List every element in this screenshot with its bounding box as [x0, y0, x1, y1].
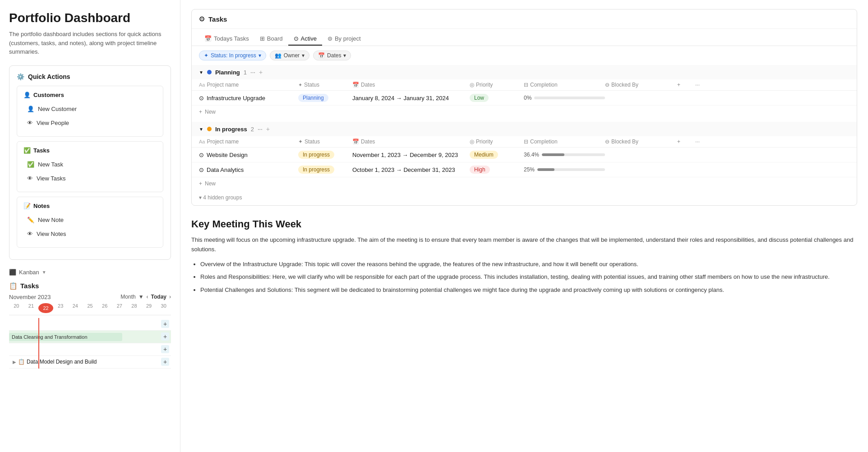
chevron-down-icon: ▾ — [343, 52, 346, 59]
new-task-button[interactable]: ✅ New Task — [23, 158, 157, 171]
task-bar-cleaning: Data Cleaning and Transformation — [9, 333, 122, 341]
prev-month-button[interactable]: ‹ — [147, 294, 148, 300]
customers-group-title: 👤 Customers — [23, 92, 157, 98]
view-tasks-button[interactable]: 👁 View Tasks — [23, 172, 157, 184]
view-notes-button[interactable]: 👁 View Notes — [23, 228, 157, 240]
person-icon: 👤 — [27, 106, 34, 112]
tab-active[interactable]: ⊙ Active — [288, 32, 322, 46]
expand-icon: ▶ — [13, 360, 16, 364]
inprogress-col-headers: Aa Project name ✦ Status 📅 Dates ◎ Prior… — [192, 136, 857, 148]
col-status-2: ✦ Status — [298, 138, 352, 145]
task-infra-completion: 0% — [524, 95, 605, 101]
task-analytics-dates: October 1, 2023 → December 31, 2023 — [352, 166, 470, 173]
quick-actions-label: Quick Actions — [28, 73, 70, 80]
tasks-group: ✅ Tasks ✅ New Task 👁 View Tasks — [17, 141, 163, 192]
col-add-2: + — [677, 138, 695, 145]
dates-icon: 📅 — [318, 52, 325, 59]
list-item: Roles and Responsibilities: Here, we wil… — [200, 272, 857, 282]
priority-badge: Low — [470, 94, 489, 102]
next-month-button[interactable]: › — [169, 294, 171, 300]
group-planning-add-btn[interactable]: + — [259, 69, 263, 76]
priority-badge: High — [470, 166, 490, 174]
timeline-header: November 2023 Month ▼ ‹ Today › — [9, 294, 171, 300]
col-priority-2: ◎ Priority — [470, 138, 524, 145]
add-new-inprogress[interactable]: + New — [192, 177, 857, 190]
task-website-priority: Medium — [470, 151, 524, 159]
add-data-model-btn[interactable]: + — [161, 358, 169, 366]
add-timeline-row-btn-3[interactable]: + — [161, 345, 169, 353]
completion-bar-bg-3 — [537, 168, 605, 171]
group-planning-label: Planning — [215, 69, 240, 76]
task-analytics-completion: 25% — [524, 166, 605, 173]
tasks-widget-header: ⊙ Tasks — [192, 9, 857, 29]
eye-icon: 👁 — [27, 175, 33, 182]
filter-status-badge[interactable]: ✦ Status: In progress ▾ — [199, 51, 266, 60]
tab-board[interactable]: ⊞ Board — [254, 32, 288, 46]
tab-todays-tasks[interactable]: 📅 Todays Tasks — [199, 32, 254, 46]
timeline-row-data-model: ▶ 📋 Data Model Design and Build + — [9, 356, 171, 369]
tab-by-project[interactable]: ⊜ By project — [322, 32, 366, 46]
status-icon-2: ✦ — [298, 138, 303, 145]
task-analytics-priority: High — [470, 166, 524, 174]
add-timeline-row-btn-2[interactable]: + — [161, 332, 169, 341]
tasks-timeline-title: 📋 Tasks — [9, 282, 171, 290]
target-icon: ⊙ — [199, 95, 204, 101]
new-note-button[interactable]: ✏️ New Note — [23, 214, 157, 226]
task-infra-priority: Low — [470, 94, 524, 102]
kanban-bar[interactable]: ⬛ Kanban ▼ — [9, 267, 171, 277]
task-website-name: ⊙ Website Design — [199, 152, 298, 158]
add-new-planning[interactable]: + New — [192, 106, 857, 118]
tasks-tabs-row: 📅 Todays Tasks ⊞ Board ⊙ Active ⊜ By pro… — [192, 29, 857, 46]
inprogress-dot — [207, 127, 212, 131]
dates-icon: 📅 — [352, 82, 359, 88]
group-inprogress-add-btn[interactable]: + — [266, 125, 270, 133]
task-infra-status: Planning — [298, 94, 352, 102]
timeline-row-1: + — [9, 318, 171, 331]
col-priority: ◎ Priority — [470, 82, 524, 88]
filters-row: ✦ Status: In progress ▾ 👥 Owner ▾ 📅 Date… — [192, 46, 857, 65]
priority-icon: ◎ — [470, 82, 474, 88]
dates-icon-2: 📅 — [352, 138, 359, 145]
col-status: ✦ Status — [298, 82, 352, 88]
col-dots: ··· — [695, 82, 709, 88]
group-inprogress-label: In progress — [215, 126, 247, 133]
customers-icon: 👤 — [23, 92, 31, 98]
col-project-name: Aa Project name — [199, 82, 298, 88]
planning-dot — [207, 70, 212, 74]
col-completion-2: ⊟ Completion — [524, 138, 605, 145]
filter-dates-pill[interactable]: 📅 Dates ▾ — [313, 51, 351, 60]
timeline-row-2: Data Cleaning and Transformation + — [9, 331, 171, 343]
planning-col-headers: Aa Project name ✦ Status 📅 Dates ◎ Prior… — [192, 79, 857, 91]
day-28: 28 — [127, 303, 142, 313]
col-dates-2: 📅 Dates — [352, 138, 470, 145]
quick-actions-icon: ⚙️ — [17, 73, 24, 80]
today-button[interactable]: Today — [151, 294, 166, 300]
table-row: ⊙ Infrastructure Upgrade Planning Januar… — [192, 91, 857, 106]
hidden-groups[interactable]: ▾ 4 hidden groups — [192, 190, 857, 205]
chevron-down-icon: ▾ — [259, 52, 261, 59]
quick-actions-header: ⚙️ Quick Actions — [17, 73, 163, 80]
notes-icon: 📝 — [23, 203, 31, 209]
group-planning-header: ▼ Planning 1 ··· + — [192, 65, 857, 79]
col-dots-2: ··· — [695, 138, 709, 145]
meeting-bullets: Overview of the Infrastructure Upgrade: … — [191, 260, 857, 295]
new-customer-button[interactable]: 👤 New Customer — [23, 103, 157, 115]
blocked-icon: ⊖ — [605, 82, 609, 88]
aa-icon: Aa — [199, 82, 205, 88]
filter-owner-pill[interactable]: 👥 Owner ▾ — [270, 51, 309, 60]
blocked-icon-2: ⊖ — [605, 138, 609, 145]
add-timeline-row-btn[interactable]: + — [161, 320, 169, 328]
page-description: The portfolio dashboard includes section… — [9, 30, 171, 56]
col-blocked-2: ⊖ Blocked By — [605, 138, 677, 145]
page-title: Portfolio Dashboard — [9, 11, 171, 25]
task-infra-name: ⊙ Infrastructure Upgrade — [199, 95, 298, 101]
today-line — [38, 318, 39, 369]
group-planning-more-icon[interactable]: ··· — [250, 69, 255, 76]
group-inprogress-more-icon[interactable]: ··· — [258, 126, 263, 133]
list-item: Potential Challenges and Solutions: This… — [200, 286, 857, 295]
day-23: 23 — [53, 303, 68, 313]
view-people-button[interactable]: 👁 View People — [23, 117, 157, 129]
calendar-icon: 📅 — [204, 35, 212, 42]
day-30: 30 — [156, 303, 171, 313]
status-badge: Planning — [298, 94, 328, 102]
